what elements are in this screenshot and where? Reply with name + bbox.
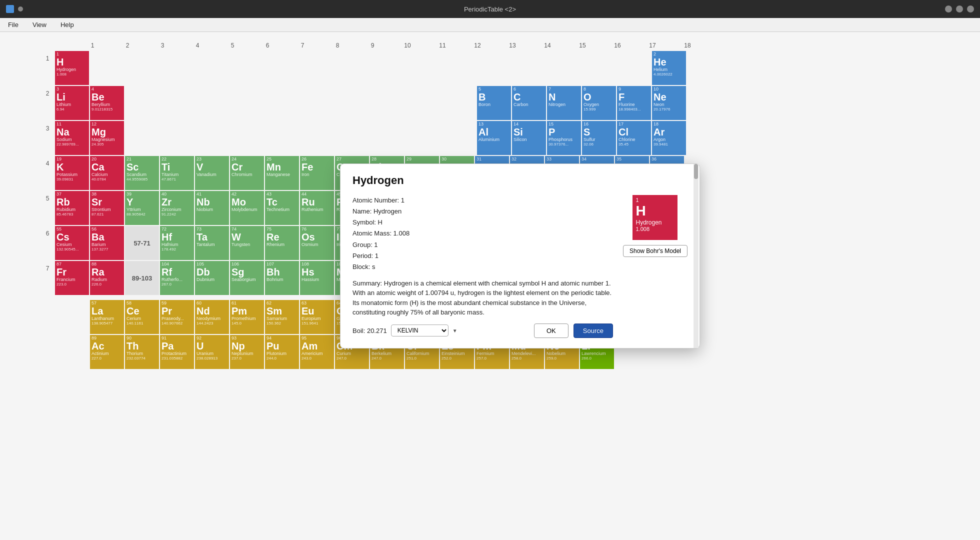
element-Al[interactable]: 13 Al Aluminium: [477, 121, 511, 155]
element-Pu[interactable]: 94 Pu Plutonium 244.0: [265, 335, 299, 369]
close-btn[interactable]: [945, 6, 952, 12]
element-C[interactable]: 6 C Carbon: [512, 86, 546, 120]
row-label-1: 1: [40, 51, 55, 62]
unit-select[interactable]: KELVIN CELSIUS FAHRENHEIT: [391, 324, 448, 336]
period-line: Period: 1: [352, 250, 613, 262]
element-Ru[interactable]: 44 Ru Ruthenium: [300, 191, 334, 225]
element-Nb[interactable]: 41 Nb Niobium: [195, 191, 229, 225]
dialog-title: Hydrogen: [352, 174, 688, 187]
element-Pm[interactable]: 61 Pm Promethium 145.0: [230, 300, 264, 334]
element-O[interactable]: 8 O Oxygen 15.999: [582, 86, 616, 120]
element-Cr[interactable]: 24 Cr Chromium: [230, 156, 264, 190]
lanthanide-placeholder[interactable]: 57-71: [125, 226, 159, 260]
element-Ca[interactable]: 20 Ca Calcium 40.0784: [90, 156, 124, 190]
element-Re[interactable]: 75 Re Rhenium: [265, 226, 299, 260]
element-preview[interactable]: 1 H Hydrogen 1.008: [632, 195, 678, 240]
element-La[interactable]: 57 La Lanthanum 138.905477: [90, 300, 124, 334]
maximize-btn[interactable]: [967, 6, 974, 12]
element-Nd[interactable]: 60 Nd Neodymium 144.2423: [195, 300, 229, 334]
dropdown-icon: ▼: [452, 328, 458, 334]
element-V[interactable]: 23 V Vanadium: [195, 156, 229, 190]
element-Hf[interactable]: 72 Hf Hafnium 178.492: [160, 226, 194, 260]
minimize-icon[interactable]: [18, 6, 23, 12]
element-Eu[interactable]: 63 Eu Europium 151.9641: [300, 300, 334, 334]
element-Zr[interactable]: 40 Zr Zirconium 91.2242: [160, 191, 194, 225]
col-11: 11: [425, 42, 460, 49]
element-B[interactable]: 5 B Boron: [477, 86, 511, 120]
row-label-7: 7: [40, 261, 55, 272]
element-Db[interactable]: 105 Db Dubnium: [195, 261, 229, 295]
preview-symbol: H: [636, 203, 646, 219]
source-button[interactable]: Source: [574, 324, 613, 338]
element-Bh[interactable]: 107 Bh Bohrium: [265, 261, 299, 295]
scrollbar-thumb[interactable]: [694, 164, 698, 179]
col-10: 10: [390, 42, 425, 49]
element-Sr[interactable]: 38 Sr Strontium 87.621: [90, 191, 124, 225]
element-Am[interactable]: 95 Am Americium 243.0: [300, 335, 334, 369]
period-3: 3 11 Na Sodium 22.989769... 12 Mg Magnes…: [40, 121, 970, 155]
element-N[interactable]: 7 N Nitrogen: [547, 86, 581, 120]
period-2-cells: 3 Li Lithium 6.94 4 Be Beryllium 9.01218…: [55, 86, 686, 120]
element-Li[interactable]: 3 Li Lithium 6.94: [55, 86, 89, 120]
element-Rb[interactable]: 37 Rb Rubidium 85.46783: [55, 191, 89, 225]
element-Cl[interactable]: 17 Cl Chlorine 35.45: [617, 121, 651, 155]
element-Pr[interactable]: 59 Pr Praseody... 140.907662: [160, 300, 194, 334]
dialog-body: Atomic Number: 1 Name: Hydrogen Symbol: …: [352, 195, 688, 338]
element-Ra[interactable]: 88 Ra Radium 226.0: [90, 261, 124, 295]
element-Os[interactable]: 76 Os Osmium: [300, 226, 334, 260]
period-1: 1 1 H Hydrogen 1.008 2 He Helium 4.00260…: [40, 51, 970, 85]
menu-view[interactable]: View: [30, 20, 50, 30]
row-label-2: 2: [40, 86, 55, 97]
element-Ar[interactable]: 18 Ar Argon 39.9481: [652, 121, 686, 155]
element-Ti[interactable]: 22 Ti Titanium 47.8671: [160, 156, 194, 190]
element-Y[interactable]: 39 Y Yttrium 88.905842: [125, 191, 159, 225]
col-1: 1: [75, 42, 110, 49]
element-Na[interactable]: 11 Na Sodium 22.989769...: [55, 121, 89, 155]
block-line: Block: s: [352, 262, 613, 272]
element-Ce[interactable]: 58 Ce Cerium 140.1161: [125, 300, 159, 334]
element-Cs[interactable]: 55 Cs Cesium 132.90545...: [55, 226, 89, 260]
minimize-btn[interactable]: [956, 6, 963, 12]
element-Ba[interactable]: 56 Ba Barium 137.3277: [90, 226, 124, 260]
element-Mo[interactable]: 42 Mo Molybdenum: [230, 191, 264, 225]
bohr-model-button[interactable]: Show Bohr's Model: [623, 245, 688, 257]
element-Sm[interactable]: 62 Sm Samarium 150.362: [265, 300, 299, 334]
element-Hs[interactable]: 108 Hs Hassium: [300, 261, 334, 295]
element-H[interactable]: 1 H Hydrogen 1.008: [55, 51, 89, 85]
ok-button[interactable]: OK: [534, 324, 568, 338]
element-Si[interactable]: 14 Si Silicon: [512, 121, 546, 155]
element-W[interactable]: 74 W Tungsten: [230, 226, 264, 260]
element-Sc[interactable]: 21 Sc Scandium 44.9559085: [125, 156, 159, 190]
element-U[interactable]: 92 U Uranium 238.028913: [195, 335, 229, 369]
element-Mn[interactable]: 25 Mn Manganese: [265, 156, 299, 190]
element-Th[interactable]: 90 Th Thorium 232.03774: [125, 335, 159, 369]
col-6: 6: [250, 42, 285, 49]
element-Ne[interactable]: 10 Ne Neon 20.17976: [652, 86, 686, 120]
menu-bar: File View Help: [0, 18, 980, 32]
element-P[interactable]: 15 P Phosphorus 30.97376...: [547, 121, 581, 155]
element-Pa[interactable]: 91 Pa Protactinium 231.035882: [160, 335, 194, 369]
element-Ta[interactable]: 73 Ta Tantalum: [195, 226, 229, 260]
element-Fr[interactable]: 87 Fr Francium 223.0: [55, 261, 89, 295]
col-13: 13: [495, 42, 530, 49]
element-F[interactable]: 9 F Fluorine 18.998403...: [617, 86, 651, 120]
actinide-placeholder[interactable]: 89-103: [125, 261, 159, 295]
element-Rf[interactable]: 104 Rf Rutherfo... 267.0: [160, 261, 194, 295]
element-Sg[interactable]: 106 Sg Seaborgium: [230, 261, 264, 295]
element-Fe[interactable]: 26 Fe Iron: [300, 156, 334, 190]
element-Tc[interactable]: 43 Tc Technetium: [265, 191, 299, 225]
menu-file[interactable]: File: [5, 20, 22, 30]
element-K[interactable]: 19 K Potassium 39.09831: [55, 156, 89, 190]
element-Np[interactable]: 93 Np Neptunium 237.0: [230, 335, 264, 369]
col-3: 3: [145, 42, 180, 49]
dialog-info-section: Atomic Number: 1 Name: Hydrogen Symbol: …: [352, 195, 613, 338]
element-Be[interactable]: 4 Be Beryllium 9.01218315: [90, 86, 124, 120]
element-Ac[interactable]: 89 Ac Actinium 227.0: [90, 335, 124, 369]
menu-help[interactable]: Help: [58, 20, 77, 30]
element-Mg[interactable]: 12 Mg Magnesium 24.305: [90, 121, 124, 155]
element-S[interactable]: 16 S Sulfur 32.06: [582, 121, 616, 155]
element-He[interactable]: 2 He Helium 4.0026022: [652, 51, 686, 85]
dialog-scrollbar[interactable]: [694, 164, 698, 348]
col-headers: 1 2 3 4 5 6 7 8 9 10 11 12 13 14 15 16 1…: [75, 42, 970, 49]
dialog-buttons: OK Source: [534, 324, 613, 338]
